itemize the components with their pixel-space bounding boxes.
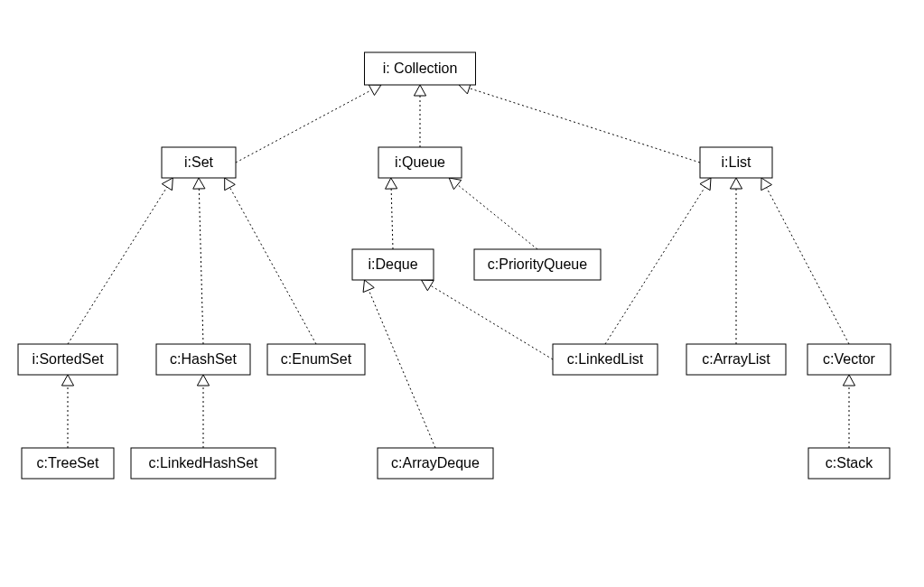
node-treeset: c:TreeSet (22, 448, 114, 479)
node-priorityqueue: c:PriorityQueue (474, 249, 601, 280)
node-label-stack: c:Stack (826, 455, 873, 471)
arrowhead-queue-to-collection (414, 85, 425, 96)
node-hashset: c:HashSet (156, 344, 250, 375)
node-label-set: i:Set (184, 154, 214, 170)
edge-enumset-to-set (229, 188, 316, 344)
arrowhead-linkedlist-to-deque (422, 280, 434, 291)
edge-sortedset-to-set (68, 187, 167, 344)
node-label-hashset: c:HashSet (170, 351, 237, 367)
arrowhead-hashset-to-set (193, 178, 205, 189)
edge-linkedlist-to-deque (431, 285, 553, 359)
collection-hierarchy-diagram: i: Collectioni:Seti:Queuei:Listi:Dequec:… (0, 0, 924, 587)
edge-set-to-collection (236, 90, 371, 163)
node-label-deque: i:Deque (368, 256, 417, 272)
node-vector: c:Vector (807, 344, 891, 375)
edge-linkedlist-to-list (605, 187, 705, 344)
node-label-enumset: c:EnumSet (281, 351, 352, 367)
node-deque: i:Deque (352, 249, 434, 280)
arrowhead-priorityqueue-to-queue (449, 178, 461, 190)
node-label-arraydeque: c:ArrayDeque (391, 455, 480, 471)
node-label-treeset: c:TreeSet (37, 455, 99, 471)
node-label-linkedhashset: c:LinkedHashSet (149, 455, 259, 471)
node-arraydeque: c:ArrayDeque (378, 448, 493, 479)
node-list: i:List (700, 147, 772, 178)
node-linkedhashset: c:LinkedHashSet (131, 448, 275, 479)
edge-list-to-collection (469, 89, 700, 163)
edge-arraydeque-to-deque (369, 290, 435, 448)
node-set: i:Set (162, 147, 236, 178)
arrowhead-arraylist-to-list (730, 178, 742, 189)
node-label-arraylist: c:ArrayList (702, 351, 770, 367)
node-label-vector: c:Vector (823, 351, 875, 367)
edge-priorityqueue-to-queue (458, 185, 537, 249)
node-label-queue: i:Queue (395, 154, 445, 170)
arrowhead-stack-to-vector (843, 375, 854, 386)
node-label-linkedlist: c:LinkedList (567, 351, 644, 367)
arrowhead-sortedset-to-set (162, 178, 173, 191)
edge-deque-to-queue (391, 189, 393, 249)
node-enumset: c:EnumSet (267, 344, 365, 375)
node-label-priorityqueue: c:PriorityQueue (488, 256, 587, 272)
node-arraylist: c:ArrayList (686, 344, 786, 375)
node-stack: c:Stack (808, 448, 890, 479)
node-label-list: i:List (722, 154, 751, 170)
node-linkedlist: c:LinkedList (553, 344, 658, 375)
node-label-sortedset: i:SortedSet (32, 351, 104, 367)
arrowhead-set-to-collection (369, 85, 381, 96)
edge-hashset-to-set (199, 189, 203, 344)
nodes-layer: i: Collectioni:Seti:Queuei:Listi:Dequec:… (18, 52, 891, 479)
arrowhead-arraydeque-to-deque (363, 280, 374, 293)
node-sortedset: i:SortedSet (18, 344, 117, 375)
edges-layer (61, 82, 854, 448)
arrowhead-treeset-to-sortedset (61, 375, 73, 386)
arrowhead-linkedlist-to-list (700, 178, 711, 191)
edge-vector-to-list (767, 188, 849, 344)
node-queue: i:Queue (378, 147, 462, 178)
node-label-collection: i: Collection (383, 61, 458, 76)
node-collection: i: Collection (365, 52, 476, 85)
arrowhead-linkedhashset-to-hashset (197, 375, 209, 386)
arrowhead-deque-to-queue (386, 178, 397, 189)
arrowhead-enumset-to-set (225, 178, 236, 191)
